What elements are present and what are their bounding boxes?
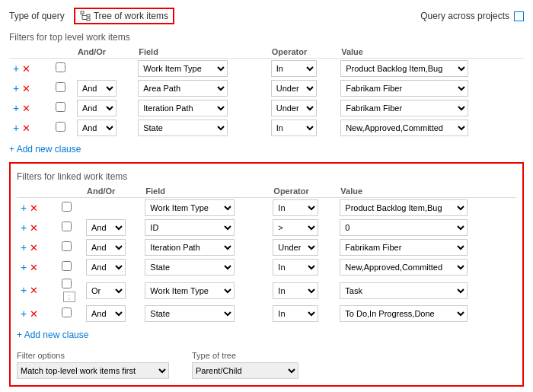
andor-select[interactable]: AndOr xyxy=(86,282,126,299)
table-row: +✕Work Item TypeInProduct Backlog Item,B… xyxy=(17,198,516,218)
operator-select[interactable]: In xyxy=(273,259,318,276)
table-row: +✕AndOrIteration PathUnderFabrikam Fiber xyxy=(17,237,516,257)
value-select[interactable]: Task xyxy=(340,282,468,299)
table-row: +✕AndOrStateInNew,Approved,Committed xyxy=(17,257,516,277)
field-select[interactable]: Iteration Path xyxy=(145,239,235,256)
row-checkbox[interactable] xyxy=(56,102,65,112)
row-checkbox[interactable] xyxy=(62,202,72,212)
row-checkbox[interactable] xyxy=(62,241,72,251)
linked-section-label: Filters for linked work items xyxy=(17,171,516,182)
linked-col-header-operator: Operator xyxy=(270,185,337,198)
row-checkbox[interactable] xyxy=(62,308,72,317)
andor-select[interactable]: AndOr xyxy=(86,239,126,256)
remove-row-button[interactable]: ✕ xyxy=(28,203,40,213)
add-row-button[interactable]: + xyxy=(19,242,28,253)
remove-row-button[interactable]: ✕ xyxy=(21,123,32,133)
row-checkbox[interactable] xyxy=(56,82,65,92)
table-row: +✕AndOrIteration PathUnderFabrikam Fiber xyxy=(9,98,524,118)
query-type-value[interactable]: Tree of work items xyxy=(74,8,174,24)
query-across-container: Query across projects xyxy=(420,11,524,21)
row-checkbox[interactable] xyxy=(62,221,72,231)
col-header-actions xyxy=(9,46,53,59)
table-row: +✕Work Item TypeInProduct Backlog Item,B… xyxy=(9,59,524,79)
andor-select[interactable]: AndOr xyxy=(77,80,116,97)
svg-rect-2 xyxy=(87,18,90,21)
add-row-button[interactable]: + xyxy=(19,262,28,272)
remove-row-button[interactable]: ✕ xyxy=(28,309,40,319)
andor-select[interactable]: AndOr xyxy=(77,120,116,136)
tree-icon xyxy=(80,11,91,21)
tree-type-group: Type of tree Parent/Child xyxy=(192,351,298,379)
table-row: +✕AndOrID>0 xyxy=(17,218,516,237)
query-across-checkbox[interactable] xyxy=(514,11,524,21)
table-row: +✕AndOrArea PathUnderFabrikam Fiber xyxy=(9,78,524,98)
add-row-button[interactable]: + xyxy=(19,285,28,295)
filter-options-label: Filter options xyxy=(17,351,169,360)
remove-row-button[interactable]: ✕ xyxy=(28,285,40,295)
add-row-button[interactable]: + xyxy=(11,103,21,113)
operator-select[interactable]: In xyxy=(273,282,318,299)
value-select[interactable]: 0 xyxy=(340,219,468,236)
value-select[interactable]: New,Approved,Committed xyxy=(340,259,468,276)
add-row-button[interactable]: + xyxy=(19,222,28,233)
field-select[interactable]: Work Item Type xyxy=(145,199,235,216)
tree-type-select[interactable]: Parent/Child xyxy=(192,362,298,379)
linked-col-header-field: Field xyxy=(142,185,270,198)
row-checkbox[interactable] xyxy=(56,122,65,132)
andor-select[interactable]: AndOr xyxy=(86,219,126,236)
value-select[interactable]: Fabrikam Fiber xyxy=(340,239,468,256)
linked-add-clause-button[interactable]: + Add new clause xyxy=(17,328,88,342)
linked-col-header-cb xyxy=(59,185,84,198)
field-select[interactable]: State xyxy=(138,120,228,136)
operator-select[interactable]: In xyxy=(273,199,318,216)
remove-row-button[interactable]: ✕ xyxy=(28,263,40,272)
operator-select[interactable]: Under xyxy=(273,239,318,256)
operator-select[interactable]: > xyxy=(273,219,318,236)
row-checkbox[interactable] xyxy=(62,261,72,271)
field-select[interactable]: Work Item Type xyxy=(145,282,235,299)
andor-select[interactable]: AndOr xyxy=(86,305,126,322)
field-select[interactable]: Work Item Type xyxy=(138,60,228,77)
value-select[interactable]: Product Backlog Item,Bug xyxy=(340,199,468,216)
row-checkbox[interactable] xyxy=(56,62,65,72)
operator-select[interactable]: In xyxy=(273,305,318,322)
add-row-button[interactable]: + xyxy=(11,83,21,94)
remove-row-button[interactable]: ✕ xyxy=(28,243,40,253)
andor-select[interactable]: AndOr xyxy=(86,259,126,276)
value-select[interactable]: To Do,In Progress,Done xyxy=(340,305,468,322)
operator-select[interactable]: Under xyxy=(271,80,317,97)
filter-options-select[interactable]: Match top-level work items first xyxy=(17,362,169,379)
remove-row-button[interactable]: ✕ xyxy=(21,104,32,113)
field-select[interactable]: Area Path xyxy=(138,80,228,97)
add-row-button[interactable]: + xyxy=(19,308,28,319)
field-select[interactable]: State xyxy=(145,305,235,322)
remove-row-button[interactable]: ✕ xyxy=(21,84,32,94)
remove-row-button[interactable]: ✕ xyxy=(21,64,32,74)
value-select[interactable]: New,Approved,Committed xyxy=(340,120,468,136)
value-select[interactable]: Fabrikam Fiber xyxy=(340,100,468,116)
top-bar: Type of query Tree of work items Query a… xyxy=(9,8,524,24)
operator-select[interactable]: Under xyxy=(271,100,317,116)
field-select[interactable]: State xyxy=(145,259,235,276)
top-filters-section: Filters for top level work items And/Or … xyxy=(9,32,524,159)
row-checkbox[interactable] xyxy=(62,279,72,288)
value-select[interactable]: Product Backlog Item,Bug xyxy=(340,60,468,77)
top-filters-table: And/Or Field Operator Value +✕Work Item … xyxy=(9,46,524,138)
field-select[interactable]: Iteration Path xyxy=(138,100,228,116)
remove-row-button[interactable]: ✕ xyxy=(28,223,40,233)
value-select[interactable]: Fabrikam Fiber xyxy=(340,80,468,97)
field-select[interactable]: ID xyxy=(145,219,235,236)
operator-select[interactable]: In xyxy=(271,120,317,136)
linked-col-header-value: Value xyxy=(337,185,516,198)
linked-col-header-actions xyxy=(17,185,59,198)
add-row-button[interactable]: + xyxy=(11,63,21,74)
operator-select[interactable]: In xyxy=(271,60,317,77)
table-row: +✕⋮AndOrWork Item TypeInTask xyxy=(17,277,516,304)
table-row: +✕AndOrStateInNew,Approved,Committed xyxy=(9,118,524,138)
add-row-button[interactable]: + xyxy=(11,123,21,133)
add-row-button[interactable]: + xyxy=(19,202,28,213)
andor-select[interactable]: AndOr xyxy=(77,100,116,116)
linked-col-header-andor: And/Or xyxy=(84,185,142,198)
tree-type-label: Type of tree xyxy=(192,351,298,360)
top-add-clause-button[interactable]: + Add new clause xyxy=(9,142,81,156)
